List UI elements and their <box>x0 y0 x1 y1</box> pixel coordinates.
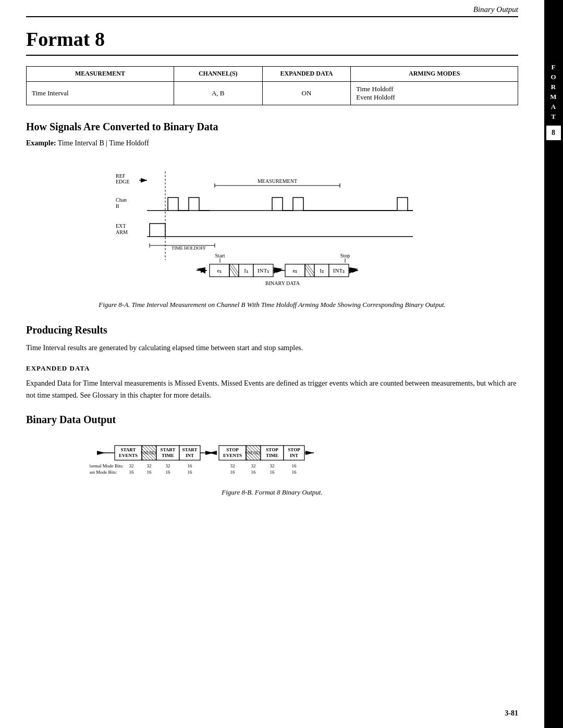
sidebar-number: 8 <box>546 126 561 140</box>
svg-text:MEASUREMENT: MEASUREMENT <box>258 178 297 184</box>
svg-text:32: 32 <box>251 463 256 468</box>
binary-data-diagram: START EVENTS UNUSED START TIME <box>26 436 518 483</box>
figure-b-caption: Figure 8-B. Format 8 Binary Output. <box>26 487 518 498</box>
figure-a-caption: Figure 8-A. Time Interval Measurement on… <box>26 300 518 310</box>
svg-text:Stop: Stop <box>340 253 350 258</box>
svg-text:EDGE: EDGE <box>116 179 130 184</box>
svg-text:UNUSED: UNUSED <box>141 451 158 455</box>
main-content: Binary Output Format 8 MEASUREMENT CHANN… <box>0 0 544 728</box>
sidebar-tab: F O R M A T 8 <box>544 0 563 728</box>
svg-text:16: 16 <box>230 470 236 475</box>
svg-text:STOP: STOP <box>266 447 278 452</box>
svg-text:16: 16 <box>166 470 171 475</box>
expanded-data-subheading: EXPANDED DATA <box>26 364 518 373</box>
svg-text:BINARY DATA: BINARY DATA <box>265 280 300 286</box>
signal-svg: REF EDGE Chan B EXT ARM MEASUREMENT <box>111 156 434 291</box>
sidebar-letter-o: O <box>550 72 556 82</box>
page-container: Binary Output Format 8 MEASUREMENT CHANN… <box>0 0 563 728</box>
svg-text:STOP: STOP <box>288 447 300 452</box>
section3-heading: Binary Data Output <box>26 414 518 426</box>
svg-line-63 <box>151 446 156 451</box>
svg-line-41 <box>305 267 311 277</box>
svg-text:TIME: TIME <box>162 453 174 458</box>
svg-line-86 <box>255 446 261 451</box>
td-measurement: Time Interval <box>27 81 174 105</box>
svg-text:16: 16 <box>292 463 297 468</box>
svg-text:16: 16 <box>270 470 275 475</box>
svg-line-67 <box>142 455 147 460</box>
svg-text:32: 32 <box>166 463 170 468</box>
svg-text:I₂: I₂ <box>320 267 324 274</box>
svg-text:B: B <box>116 203 119 209</box>
svg-text:ARM: ARM <box>116 229 128 235</box>
svg-text:Normal Mode Bits:: Normal Mode Bits: <box>90 463 124 468</box>
th-channels: CHANNEL(S) <box>174 67 262 82</box>
svg-text:INT: INT <box>290 453 298 458</box>
th-measurement: MEASUREMENT <box>27 67 174 82</box>
format-title: Format 8 <box>26 28 518 56</box>
svg-text:Start: Start <box>215 253 225 258</box>
svg-text:I₁: I₁ <box>244 267 248 274</box>
svg-text:EXT: EXT <box>116 223 126 229</box>
section2-heading: Producing Results <box>26 324 518 336</box>
svg-text:Fast Mode Bits:: Fast Mode Bits: <box>90 470 117 475</box>
producing-results-body: Time Interval results are generated by c… <box>26 342 518 354</box>
table-row: Time Interval A, B ON Time HoldoffEvent … <box>27 81 518 105</box>
info-table: MEASUREMENT CHANNEL(S) EXPANDED DATA ARM… <box>26 66 518 105</box>
svg-marker-78 <box>209 451 217 455</box>
header-line: Binary Output <box>26 5 518 17</box>
svg-text:32: 32 <box>129 463 134 468</box>
svg-text:INT: INT <box>186 453 194 458</box>
svg-text:Chan: Chan <box>116 197 127 203</box>
svg-text:START: START <box>182 447 197 452</box>
svg-text:16: 16 <box>188 470 193 475</box>
svg-line-90 <box>246 455 251 460</box>
svg-text:START: START <box>160 447 175 452</box>
sidebar-letter-f: F <box>552 63 556 72</box>
svg-line-29 <box>229 267 236 277</box>
svg-text:REF: REF <box>116 173 126 179</box>
example-line: Example: Time Interval B | Time Holdoff <box>26 139 518 147</box>
svg-text:32: 32 <box>147 463 152 468</box>
svg-text:TIME HOLDOFF: TIME HOLDOFF <box>172 245 206 251</box>
sidebar-letter-m: M <box>550 92 557 102</box>
svg-text:16: 16 <box>147 470 152 475</box>
td-arming: Time HoldoffEvent Holdoff <box>351 81 518 105</box>
header-title: Binary Output <box>473 5 518 14</box>
example-label: Example: <box>26 139 56 147</box>
svg-text:TIME: TIME <box>266 453 278 458</box>
svg-line-39 <box>305 264 314 277</box>
sidebar-letter-a: A <box>551 102 556 112</box>
sidebar-letter-t: T <box>551 112 556 121</box>
example-text: Time Interval B | Time Holdoff <box>58 139 149 147</box>
svg-text:16: 16 <box>292 470 297 475</box>
td-channels: A, B <box>174 81 262 105</box>
expanded-data-body: Expanded Data for Time Interval measurem… <box>26 378 518 401</box>
svg-text:16: 16 <box>129 470 134 475</box>
svg-text:STOP: STOP <box>226 447 239 452</box>
svg-line-27 <box>229 264 239 277</box>
page-number: 3-81 <box>505 709 518 718</box>
svg-text:16: 16 <box>251 470 256 475</box>
svg-text:32: 32 <box>270 463 275 468</box>
svg-marker-100 <box>305 451 314 455</box>
svg-text:INT₁: INT₁ <box>258 267 269 274</box>
binary-output-svg: START EVENTS UNUSED START TIME <box>90 436 455 483</box>
svg-text:32: 32 <box>230 463 235 468</box>
svg-text:EVENTS: EVENTS <box>223 453 242 458</box>
th-arming: ARMING MODES <box>351 67 518 82</box>
section1-heading: How Signals Are Converted to Binary Data <box>26 121 518 133</box>
sidebar-letters: F O R M A T <box>550 63 557 121</box>
svg-text:INT₂: INT₂ <box>333 267 345 274</box>
svg-text:EVENTS: EVENTS <box>119 453 138 458</box>
td-expanded: ON <box>262 81 351 105</box>
svg-text:16: 16 <box>188 463 193 468</box>
signal-diagram: REF EDGE Chan B EXT ARM MEASUREMENT <box>26 156 518 291</box>
sidebar-letter-r: R <box>551 82 556 92</box>
svg-text:e₁: e₁ <box>217 267 222 274</box>
svg-text:START: START <box>120 447 136 452</box>
th-expanded: EXPANDED DATA <box>262 67 351 82</box>
svg-text:UNUSED: UNUSED <box>245 451 262 455</box>
svg-text:e₂: e₂ <box>293 267 298 274</box>
